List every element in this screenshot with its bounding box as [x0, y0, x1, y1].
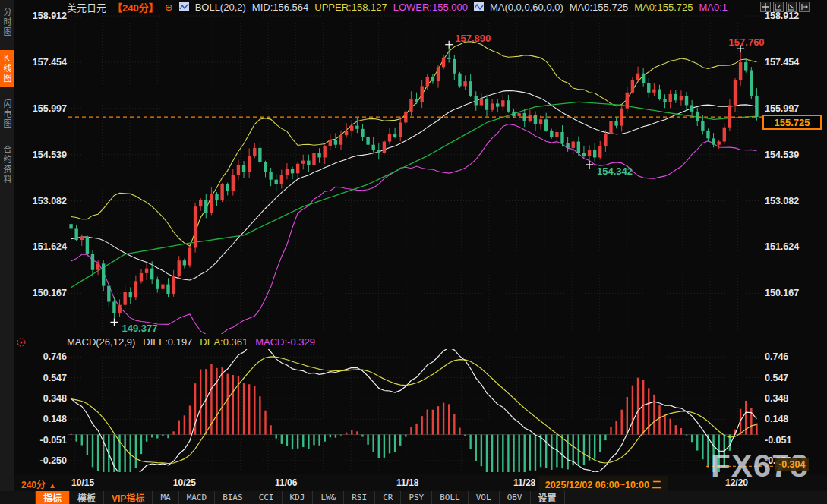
- sidebar-item-合约资料[interactable]: 合约资料: [0, 142, 14, 187]
- period-label[interactable]: 【240分】: [112, 0, 159, 14]
- current-price-tag: 155.725: [762, 115, 822, 130]
- price-axis-label: 150.167: [765, 288, 799, 298]
- toolbar-item-BIAS[interactable]: BIAS: [215, 491, 251, 504]
- toolbar-item-指标[interactable]: 指标: [35, 491, 70, 504]
- price-axis-label: 153.082: [765, 196, 799, 206]
- macd-axis-label: -0.051: [765, 435, 791, 446]
- macd-axis-label: 0.547: [43, 373, 67, 383]
- boll-indicator-icon[interactable]: [179, 2, 189, 11]
- macd-axis-label: 0.746: [43, 351, 67, 362]
- macd-dea-value: DEA:0.361: [200, 336, 248, 348]
- ma-label: MA(0,0,0,60,0,0): [490, 2, 563, 13]
- macd-current-value-tag: -0.304: [775, 458, 809, 471]
- ma0-magenta-value: MA0:1: [699, 2, 728, 13]
- symbol-name: 美元日元: [67, 0, 106, 14]
- toolbar-item-VOL[interactable]: VOL: [469, 491, 500, 504]
- macd-axis-label: 0.348: [43, 393, 67, 404]
- chart-scale-icon[interactable]: [786, 2, 797, 12]
- toolbar-item-VIP指标[interactable]: VIP指标: [104, 491, 153, 504]
- price-marker-icon: ▲: [790, 106, 797, 114]
- toolbar-item-LW&[interactable]: LW&: [313, 491, 344, 504]
- indicator-toolbar: 指标模板VIP指标MAMACDBIASCCIKDJLW&RSICRPSYBOLL…: [0, 491, 827, 504]
- chart-export-icon[interactable]: [799, 2, 810, 12]
- price-axis-label: 157.454: [33, 57, 67, 68]
- price-axis-label: 154.539: [765, 150, 799, 160]
- price-axis-label: 151.624: [765, 241, 799, 252]
- period-selector-label: 240分: [21, 480, 46, 490]
- chart-zoom-icon[interactable]: [773, 2, 784, 12]
- ma-indicator-icon[interactable]: [474, 2, 484, 11]
- toolbar-item-CCI[interactable]: CCI: [251, 491, 283, 504]
- left-sidebar: 分时图K线图闪电图合约资料: [0, 0, 14, 504]
- macd-legend: MACD(26,12,9) DIFF:0.197 DEA:0.361 MACD:…: [67, 336, 315, 348]
- macd-axis-label: 0.746: [765, 351, 788, 362]
- price-axis-label: 157.454: [765, 57, 799, 68]
- selected-candle-datetime: 2025/12/02 06:00~10:00 二: [539, 476, 668, 492]
- chart-window: 分时图K线图闪电图合约资料 美元日元 【240分】 ⊕ BOLL(20,2) M…: [0, 0, 827, 504]
- toolbar-item-模板[interactable]: 模板: [70, 491, 104, 504]
- macd-axis-label: 0.547: [765, 373, 788, 383]
- period-selector[interactable]: 240分▲: [21, 477, 56, 490]
- x-axis-tick: 11/18: [396, 477, 418, 488]
- current-price-value: 155.725: [775, 117, 810, 128]
- price-axis-label: 158.912: [765, 11, 799, 21]
- price-axis-label: 153.082: [33, 196, 67, 206]
- toolbar-item-OBV[interactable]: OBV: [500, 491, 531, 504]
- macd-axis-label: -0.051: [40, 435, 67, 446]
- high-point-annotation: 157.890: [455, 33, 491, 44]
- x-axis-tick: 10/15: [71, 477, 94, 488]
- x-axis-tick: 11/06: [275, 477, 297, 488]
- toolbar-item-KDJ[interactable]: KDJ: [283, 491, 314, 504]
- sidebar-item-K线图[interactable]: K线图: [0, 50, 14, 87]
- time-axis: 240分▲ 10/1510/2511/0611/1811/2812/202025…: [14, 474, 827, 491]
- add-indicator-icon[interactable]: ⊕: [165, 2, 173, 13]
- macd-label: MACD(26,12,9): [67, 336, 135, 348]
- low-point-annotation: 149.377: [122, 323, 157, 334]
- low-point-annotation: 154.342: [597, 165, 633, 177]
- macd-axis-label: 0.348: [765, 393, 788, 404]
- price-chart-canvas[interactable]: 158.912158.912157.454157.454155.997155.9…: [14, 0, 827, 474]
- x-axis-tick: 11/28: [513, 477, 535, 488]
- price-axis-label: 155.997: [33, 103, 67, 114]
- chart-legend: 美元日元 【240分】 ⊕ BOLL(20,2) MID:156.564 UPP…: [67, 1, 728, 13]
- boll-lower-value: LOWER:155.000: [393, 2, 468, 13]
- toolbar-item-PSY[interactable]: PSY: [401, 491, 432, 504]
- sidebar-item-分时图[interactable]: 分时图: [0, 5, 14, 40]
- macd-diff-value: DIFF:0.197: [143, 336, 192, 348]
- toolbar-item-MA[interactable]: MA: [153, 491, 178, 504]
- price-axis-label: 151.624: [33, 241, 67, 252]
- price-axis-label: 154.539: [33, 150, 67, 160]
- boll-mid-value: MID:156.564: [252, 2, 308, 13]
- dropdown-up-icon: ▲: [49, 481, 56, 490]
- macd-axis-label: 0.148: [765, 414, 788, 424]
- price-axis-label: 158.912: [33, 11, 67, 21]
- ma0-white-value: MA0:155.725: [570, 2, 628, 13]
- macd-value: MACD:-0.329: [255, 336, 315, 348]
- toolbar-item-设置[interactable]: 设置: [531, 491, 565, 504]
- x-axis-tick: 10/25: [173, 477, 196, 488]
- boll-label: BOLL(20,2): [195, 2, 246, 13]
- boll-upper-value: UPPER:158.127: [314, 2, 387, 13]
- toolbar-item-BOLL[interactable]: BOLL: [432, 491, 469, 504]
- toolbar-item-CR[interactable]: CR: [375, 491, 401, 504]
- sidebar-item-闪电图[interactable]: 闪电图: [0, 96, 14, 132]
- crosshair-move-icon[interactable]: [760, 2, 771, 12]
- toolbar-item-MACD[interactable]: MACD: [179, 491, 216, 504]
- price-axis-label: 150.167: [33, 288, 67, 298]
- macd-axis-label: -0.250: [40, 455, 67, 466]
- macd-axis-label: 0.148: [43, 414, 67, 424]
- chart-tool-buttons: [760, 2, 810, 12]
- x-axis-tick: 12/20: [725, 477, 748, 488]
- toolbar-item-RSI[interactable]: RSI: [344, 491, 375, 504]
- high-point-annotation: 157.760: [729, 36, 765, 48]
- ma0-yellow-value: MA0:155.725: [634, 2, 693, 13]
